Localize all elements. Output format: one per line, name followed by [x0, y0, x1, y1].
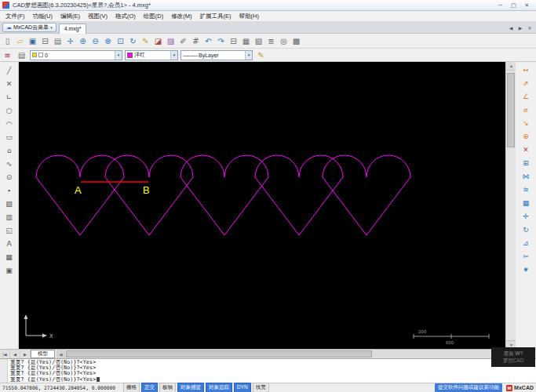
menu-item[interactable]: 编辑(E): [57, 13, 84, 20]
layout-nav-button[interactable]: |◀: [0, 350, 10, 358]
linetype-select[interactable]: ——— ByLayer ▾: [180, 50, 253, 60]
dim-center-icon[interactable]: ⊕: [520, 130, 533, 142]
close-button[interactable]: ✕: [520, 1, 534, 10]
layer-list-icon[interactable]: ≣: [265, 35, 277, 47]
new-file-icon[interactable]: ▯: [2, 35, 13, 47]
spline-icon[interactable]: ∿: [2, 158, 16, 169]
vertical-scrollbar[interactable]: ▲ ▼: [505, 62, 516, 349]
doc-tab-active[interactable]: 4.mxg*: [59, 24, 87, 34]
drawing-svg[interactable]: ABX200600: [19, 62, 505, 349]
erase-entity-icon[interactable]: ✕: [520, 143, 533, 155]
cloud-menu-button[interactable]: ☁ MxCAD云菜单 ▾: [2, 23, 57, 32]
circle-icon[interactable]: ○: [2, 104, 16, 116]
tab-scroll-left-button[interactable]: ◀: [506, 24, 516, 32]
layer-manager-icon[interactable]: ≡: [2, 49, 13, 61]
plot-icon[interactable]: ⊟: [39, 35, 51, 47]
hatch-icon[interactable]: ▨: [2, 198, 16, 209]
block-insert-icon[interactable]: ▣: [2, 264, 16, 276]
tab-scroll-right-button[interactable]: ▶: [516, 24, 525, 32]
status-toggle[interactable]: 对象追踪: [206, 383, 232, 392]
move-icon[interactable]: ✛: [520, 210, 533, 222]
redo-icon[interactable]: ↷: [215, 35, 227, 47]
minimize-button[interactable]: ─: [494, 1, 507, 10]
layer-states-icon[interactable]: ▤: [16, 49, 27, 61]
heart-entity[interactable]: [180, 155, 268, 235]
zoom-out-icon[interactable]: ⊖: [89, 35, 101, 47]
status-toggle[interactable]: DYN: [234, 383, 251, 392]
status-toggle[interactable]: 极轴: [159, 383, 176, 392]
dim-leader-icon[interactable]: ↘: [520, 117, 533, 129]
table-draw-icon[interactable]: ▦: [2, 251, 16, 263]
pan-icon[interactable]: ✛: [64, 35, 76, 47]
format-brush-icon[interactable]: ✐: [177, 35, 189, 47]
zoom-window-icon[interactable]: ⊡: [115, 35, 126, 47]
heart-entity[interactable]: [255, 155, 343, 235]
heart-entity[interactable]: [323, 155, 410, 235]
undo-icon[interactable]: ↶: [202, 35, 214, 47]
rectangle-icon[interactable]: ▭: [2, 131, 16, 143]
vertical-scroll-thumb[interactable]: [507, 73, 515, 147]
line-icon[interactable]: ╱: [2, 64, 16, 76]
regen-icon[interactable]: ↻: [127, 35, 139, 47]
command-panel[interactable]: 重复? {是(Yes)/否(No)}?<Yes>重复? {是(Yes)/否(No…: [0, 358, 536, 383]
zoom-in-icon[interactable]: ⊕: [77, 35, 89, 47]
menu-item[interactable]: 绘图(D): [140, 13, 167, 20]
offset-icon[interactable]: ≋: [520, 183, 533, 195]
open-folder-icon[interactable]: ▱: [14, 35, 26, 47]
menu-item[interactable]: 功能(U): [29, 13, 57, 20]
scale-icon[interactable]: ⊿: [520, 237, 533, 249]
menu-item[interactable]: 帮助(H): [235, 13, 263, 20]
scroll-left-icon[interactable]: ◀: [57, 350, 65, 358]
menu-item[interactable]: 格式(O): [111, 13, 140, 20]
erase-icon[interactable]: ◪: [152, 35, 164, 47]
point-icon[interactable]: ∙: [2, 184, 16, 196]
ellipse-icon[interactable]: ⊙: [2, 171, 16, 183]
dim-angular-icon[interactable]: ∠: [520, 90, 533, 102]
grid-pattern-icon[interactable]: ▩: [290, 35, 302, 47]
vertex-label[interactable]: B: [143, 184, 150, 196]
maximize-button[interactable]: ▢: [507, 1, 520, 10]
measure-icon[interactable]: #: [190, 35, 202, 47]
horizontal-scrollbar[interactable]: ◀ ▶: [57, 350, 534, 358]
dim-radius-icon[interactable]: ⌀: [520, 103, 533, 115]
feedback-button[interactable]: 提交软件问题或建议新功能: [435, 383, 502, 392]
vertex-label[interactable]: A: [75, 184, 82, 196]
drawing-area[interactable]: ABX200600: [19, 62, 505, 349]
text-icon[interactable]: A: [2, 238, 16, 249]
status-toggle[interactable]: 栅格: [123, 383, 140, 392]
region-icon[interactable]: ◱: [2, 224, 16, 236]
trim-icon[interactable]: ✂: [520, 250, 533, 262]
mirror-icon[interactable]: ⋈: [520, 170, 533, 182]
pencil-draw-icon[interactable]: ✎: [140, 35, 151, 47]
menu-item[interactable]: 修改(M): [167, 13, 195, 20]
gradient-icon[interactable]: ▥: [2, 211, 16, 223]
save-icon[interactable]: ▣: [27, 35, 38, 47]
color-select[interactable]: 洋红 ▾: [125, 50, 178, 60]
copy-icon[interactable]: ⊞: [520, 157, 533, 169]
arc-icon[interactable]: ◠: [2, 118, 16, 129]
tab-close-button[interactable]: ✕: [525, 24, 534, 32]
color-palette-icon[interactable]: ▨: [165, 35, 177, 47]
array-icon[interactable]: ▦: [520, 197, 533, 209]
layout-nav-button[interactable]: ▶: [20, 350, 31, 358]
zoom-extents-icon[interactable]: ⊗: [102, 35, 114, 47]
layout-nav-button[interactable]: ◀: [10, 350, 20, 358]
polyline-icon[interactable]: ∟: [2, 91, 16, 103]
rotate-icon[interactable]: ↻: [520, 223, 533, 235]
menu-item[interactable]: 视图(V): [84, 13, 111, 20]
print-preview-icon[interactable]: ▤: [52, 35, 64, 47]
explode-icon[interactable]: ✷: [520, 263, 533, 275]
dim-aligned-icon[interactable]: ⇗: [520, 77, 533, 89]
horizontal-scroll-thumb[interactable]: [66, 350, 372, 358]
print-icon[interactable]: ⊟: [228, 35, 239, 47]
menu-item[interactable]: 扩展工具(E): [196, 13, 235, 20]
dim-linear-icon[interactable]: ↔: [520, 64, 533, 75]
status-toggle[interactable]: 线宽: [253, 383, 269, 392]
edit-pencil-icon[interactable]: ✎: [255, 49, 267, 61]
osnap-target-icon[interactable]: ◎: [278, 35, 290, 47]
layout-icon[interactable]: ▧: [253, 35, 264, 47]
table-icon[interactable]: ▦: [240, 35, 252, 47]
menu-item[interactable]: 文件(F): [2, 13, 29, 20]
status-toggle[interactable]: 对象捕捉: [177, 383, 204, 392]
layer-select[interactable]: 0 ▾: [30, 50, 122, 60]
